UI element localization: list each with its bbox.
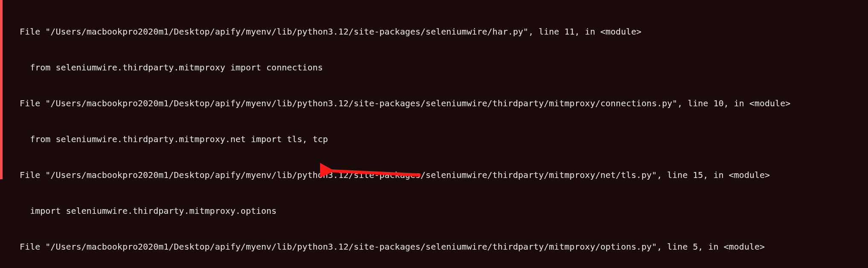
traceback-line: from seleniumwire.thirdparty.mitmproxy i… <box>9 61 868 73</box>
traceback-line: File "/Users/macbookpro2020m1/Desktop/ap… <box>9 97 868 109</box>
traceback-line: File "/Users/macbookpro2020m1/Desktop/ap… <box>9 169 868 181</box>
gutter-error-bar <box>0 0 3 179</box>
traceback-line: File "/Users/macbookpro2020m1/Desktop/ap… <box>9 26 868 38</box>
traceback-line: from seleniumwire.thirdparty.mitmproxy.n… <box>9 133 868 145</box>
traceback-line: File "/Users/macbookpro2020m1/Desktop/ap… <box>9 241 868 253</box>
terminal-output[interactable]: File "/Users/macbookpro2020m1/Desktop/ap… <box>0 0 868 268</box>
traceback-block: File "/Users/macbookpro2020m1/Desktop/ap… <box>0 2 868 268</box>
traceback-line: import seleniumwire.thirdparty.mitmproxy… <box>9 205 868 217</box>
